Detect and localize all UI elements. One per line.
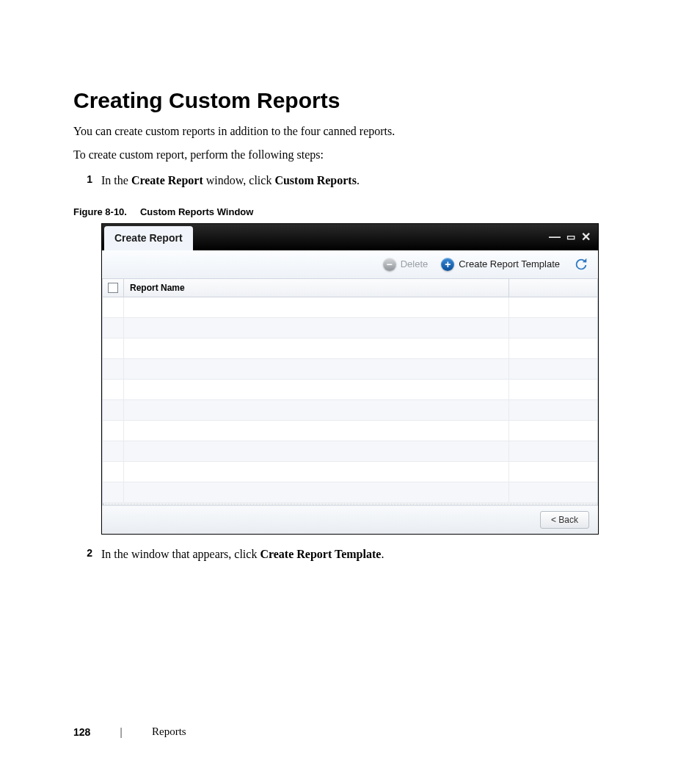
step-number: 1: [73, 171, 101, 190]
table-row: [103, 441, 597, 462]
page-heading: Creating Custom Reports: [73, 88, 627, 113]
table-row: [103, 359, 597, 380]
select-all-checkbox[interactable]: [103, 279, 124, 297]
section-name: Reports: [152, 725, 186, 738]
table-row: [103, 318, 597, 338]
window-titlebar: Create Report — ▭ ✕: [102, 224, 598, 250]
figure-caption: Figure 8-10.Custom Reports Window: [73, 206, 627, 217]
table-row: [103, 462, 597, 482]
minus-icon: −: [383, 258, 396, 271]
delete-button[interactable]: − Delete: [383, 258, 429, 271]
toolbar: − Delete + Create Report Template: [102, 250, 598, 279]
back-button[interactable]: < Back: [540, 511, 589, 529]
step-text: In the Create Report window, click Custo…: [101, 171, 360, 190]
step-1: 1 In the Create Report window, click Cus…: [73, 171, 627, 190]
grid-rows: [103, 297, 597, 503]
plus-icon: +: [441, 258, 454, 271]
report-grid: Report Name: [102, 279, 598, 505]
page-footer: 128 | Reports: [73, 725, 186, 738]
close-icon[interactable]: ✕: [581, 231, 591, 243]
table-row: [103, 421, 597, 441]
step-text: In the window that appears, click Create…: [101, 545, 384, 564]
grid-header: Report Name: [103, 279, 597, 297]
custom-reports-window: Create Report — ▭ ✕ − Delete + Create Re…: [101, 223, 599, 535]
table-row: [103, 400, 597, 421]
intro-text-1: You can create custom reports in additio…: [73, 122, 627, 141]
column-report-name[interactable]: Report Name: [124, 279, 509, 297]
table-row: [103, 338, 597, 359]
maximize-icon[interactable]: ▭: [566, 232, 575, 242]
step-2: 2 In the window that appears, click Crea…: [73, 545, 627, 564]
minimize-icon[interactable]: —: [549, 231, 561, 243]
page-number: 128: [73, 726, 90, 738]
footer-divider: |: [120, 726, 123, 738]
table-row: [103, 482, 597, 503]
table-row: [103, 380, 597, 400]
create-report-template-button[interactable]: + Create Report Template: [441, 258, 560, 271]
intro-text-2: To create custom report, perform the fol…: [73, 145, 627, 164]
refresh-icon[interactable]: [573, 256, 589, 272]
window-title: Create Report: [104, 226, 193, 250]
window-footer: < Back: [102, 505, 598, 534]
table-row: [103, 297, 597, 318]
step-number: 2: [73, 545, 101, 564]
